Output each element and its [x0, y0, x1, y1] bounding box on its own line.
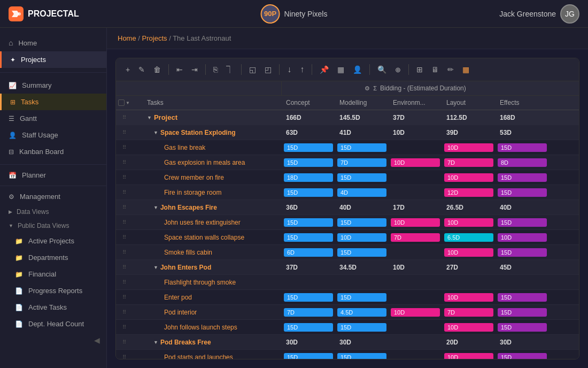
- sidebar-item-active-projects[interactable]: 📁 Active Projects: [0, 233, 106, 249]
- leaf-task-name: Gas line break: [164, 144, 205, 151]
- sidebar-item-planner[interactable]: 📅 Planner: [0, 167, 106, 183]
- sidebar-item-progress-reports[interactable]: 📄 Progress Reports: [0, 282, 106, 299]
- pin-button[interactable]: 📌: [316, 63, 332, 76]
- collapse-arrow[interactable]: ▼: [153, 130, 158, 135]
- collapse-arrow[interactable]: ▼: [153, 205, 158, 210]
- drag-handle[interactable]: ⠿: [116, 204, 132, 210]
- drag-handle[interactable]: ⠿: [116, 234, 132, 240]
- data-cell: [389, 280, 442, 285]
- monitor-button[interactable]: 🖥: [428, 63, 442, 76]
- sidebar-item-summary[interactable]: 📈 Summary: [0, 77, 106, 94]
- data-cell: 40D: [335, 202, 389, 213]
- drag-handle[interactable]: ⠿: [116, 279, 132, 285]
- outdent-button[interactable]: ⇤: [173, 63, 186, 76]
- collapse-arrow[interactable]: ▼: [147, 115, 152, 120]
- data-cell: 10D: [389, 262, 442, 273]
- sidebar-item-financial[interactable]: 📁 Financial: [0, 266, 106, 282]
- avatar[interactable]: JG: [560, 4, 579, 24]
- leaf-task-name: Smoke fills cabin: [164, 249, 212, 256]
- leaf-task-name: Fire in storage room: [164, 189, 221, 196]
- table-row: ⠿John uses fire extinguisher15D15D10D10D…: [116, 215, 579, 230]
- data-cell: [389, 175, 442, 180]
- sidebar-item-kanban[interactable]: ⊟ Kanban Board: [0, 143, 106, 160]
- drag-handle[interactable]: ⠿: [116, 339, 132, 345]
- task-rows-container: ⠿▼Project166D145.5D37D112.5D168D⠿▼Space …: [116, 110, 579, 359]
- delete-button[interactable]: 🗑: [150, 63, 164, 76]
- home-icon: ⌂: [9, 39, 13, 47]
- drag-handle[interactable]: ⠿: [116, 159, 132, 165]
- app-name: PROJECTAL: [28, 9, 79, 19]
- app-logo[interactable]: PROJECTAL: [9, 6, 79, 21]
- edit-button[interactable]: ✎: [135, 63, 148, 76]
- data-cell: 15D: [498, 188, 547, 197]
- sidebar-item-home[interactable]: ⌂ Home: [0, 34, 106, 51]
- drag-handle[interactable]: ⠿: [116, 189, 132, 195]
- upload-button[interactable]: ↑: [297, 63, 307, 76]
- sidebar-item-staff[interactable]: 👤 Staff Usage: [0, 127, 106, 143]
- drag-handle[interactable]: ⠿: [116, 354, 132, 359]
- drag-handle[interactable]: ⠿: [116, 219, 132, 225]
- leaf-task-name: Space station walls collapse: [164, 234, 244, 241]
- zoom-out-button[interactable]: 🔍: [374, 63, 390, 76]
- paste-button[interactable]: ⏋: [223, 63, 237, 76]
- sidebar-item-dept-head-count[interactable]: 📄 Dept. Head Count: [0, 316, 106, 332]
- data-cell: 15D: [498, 248, 547, 257]
- table-row: ⠿Pod interior7D4.5D10D7D15D: [116, 305, 579, 320]
- layer-button[interactable]: ◱: [246, 63, 259, 76]
- drag-handle[interactable]: ⠿: [116, 144, 132, 150]
- data-cell: 39D: [442, 127, 496, 139]
- select-all-checkbox[interactable]: [118, 99, 125, 106]
- task-name-col: Gas line break: [143, 142, 282, 154]
- breadcrumb-projects[interactable]: Projects: [142, 34, 167, 42]
- data-cell: 15D: [498, 173, 547, 182]
- add-button[interactable]: +: [122, 63, 133, 76]
- data-cell: 30D: [496, 336, 549, 348]
- sidebar-item-departments[interactable]: 📁 Departments: [0, 249, 106, 266]
- data-cell: 112.5D: [442, 112, 496, 124]
- breadcrumb-home[interactable]: Home: [118, 34, 136, 42]
- sidebar-item-active-tasks[interactable]: 📄 Active Tasks: [0, 299, 106, 316]
- sidebar-label-public-data-views: Public Data Views: [18, 222, 69, 229]
- collapse-arrow[interactable]: ▼: [153, 265, 158, 270]
- data-cell: 15D: [337, 293, 386, 302]
- drag-handle[interactable]: ⠿: [116, 114, 132, 120]
- drag-handle[interactable]: ⠿: [116, 264, 132, 270]
- sidebar-label-active-projects: Active Projects: [28, 237, 74, 245]
- sidebar-item-projects[interactable]: ✦ Projects: [0, 51, 106, 68]
- data-cell: [335, 280, 389, 285]
- sidebar-group-public-data-views[interactable]: ▼ Public Data Views: [0, 219, 106, 233]
- management-icon: ⚙: [9, 193, 14, 201]
- layer-up-button[interactable]: ◰: [261, 63, 275, 76]
- grid-button[interactable]: ⊞: [413, 63, 426, 76]
- drag-handle[interactable]: ⠿: [116, 249, 132, 255]
- zoom-in-button[interactable]: ⊕: [392, 64, 404, 76]
- bidding-text: Bidding - (Estimated Duration): [380, 85, 466, 92]
- download-button[interactable]: ↓: [284, 63, 295, 76]
- sidebar-group-data-views[interactable]: ▶ Data Views: [0, 205, 106, 219]
- sidebar-item-gantt[interactable]: ☰ Gantt: [0, 110, 106, 127]
- folder-icon-1: 📁: [15, 237, 23, 245]
- drag-handle[interactable]: ⠿: [116, 294, 132, 300]
- copy-button[interactable]: ⎘: [210, 63, 221, 76]
- data-cell: 10D: [498, 233, 547, 242]
- draw-button[interactable]: ✏: [444, 63, 457, 76]
- data-cell: 27D: [442, 262, 496, 273]
- grid2-button[interactable]: ▦: [459, 63, 473, 76]
- data-cell: 37D: [282, 262, 335, 273]
- indent-button[interactable]: ⇥: [188, 63, 201, 76]
- sidebar-collapse-btn[interactable]: ◀: [0, 332, 106, 348]
- task-name-col: ▼Pod Breaks Free: [143, 336, 282, 348]
- people-button[interactable]: 👤: [350, 63, 365, 76]
- subgroup-name: Pod Breaks Free: [160, 339, 211, 346]
- collapse-arrow[interactable]: ▼: [153, 340, 158, 345]
- drag-handle[interactable]: ⠿: [116, 324, 132, 330]
- drag-handle[interactable]: ⠿: [116, 129, 132, 135]
- sidebar-item-management[interactable]: ⚙ Management: [0, 188, 106, 205]
- data-cell: 18D: [284, 173, 333, 182]
- calendar-button[interactable]: ▦: [334, 63, 347, 76]
- drag-handle[interactable]: ⠿: [116, 309, 132, 315]
- data-cell: 37D: [389, 112, 442, 124]
- sort-arrow[interactable]: ▼: [126, 101, 130, 105]
- sidebar-item-tasks[interactable]: ⊞ Tasks: [0, 94, 106, 110]
- drag-handle[interactable]: ⠿: [116, 174, 132, 180]
